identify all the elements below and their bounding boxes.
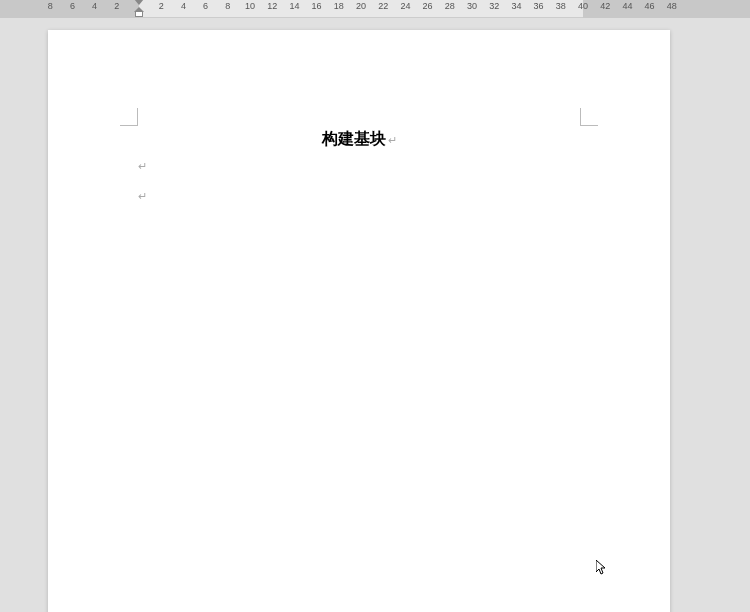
ruler-tick: 20	[356, 1, 366, 11]
first-line-indent-marker[interactable]	[134, 0, 144, 5]
ruler-tick: 16	[312, 1, 322, 11]
document-title[interactable]: 构建基块	[322, 130, 386, 147]
ruler-tick: 6	[70, 1, 75, 11]
margin-guide-top-right	[580, 108, 598, 126]
document-title-line[interactable]: 构建基块↵	[138, 128, 580, 151]
ruler-tick: 44	[622, 1, 632, 11]
ruler-tick: 32	[489, 1, 499, 11]
ruler-tick: 12	[267, 1, 277, 11]
left-indent-marker[interactable]	[135, 11, 143, 17]
ruler-tick: 8	[48, 1, 53, 11]
ruler-tick: 48	[667, 1, 677, 11]
margin-guide-top-left	[120, 108, 138, 126]
ruler-tick: 34	[511, 1, 521, 11]
ruler-tick: 4	[92, 1, 97, 11]
ruler-tick: 28	[445, 1, 455, 11]
ruler-tick: 42	[600, 1, 610, 11]
ruler-tick: 18	[334, 1, 344, 11]
ruler-tick: 2	[114, 1, 119, 11]
ruler-tick: 14	[289, 1, 299, 11]
paragraph-mark-icon: ↵	[388, 134, 397, 146]
page[interactable]: 构建基块↵ ↵ ↵	[48, 30, 670, 612]
document-workspace: 构建基块↵ ↵ ↵	[0, 18, 750, 612]
ruler-tick: 38	[556, 1, 566, 11]
ruler-tick: 2	[159, 1, 164, 11]
ruler-tick: 24	[400, 1, 410, 11]
ruler-tick: 36	[534, 1, 544, 11]
page-content[interactable]: 构建基块↵ ↵ ↵	[138, 128, 580, 211]
ruler-tick: 4	[181, 1, 186, 11]
ruler-tick: 46	[645, 1, 655, 11]
horizontal-ruler[interactable]: 8642246810121416182022242628303234363840…	[0, 0, 750, 18]
ruler-tick: 8	[225, 1, 230, 11]
empty-paragraph[interactable]: ↵	[138, 151, 580, 181]
ruler-tick: 10	[245, 1, 255, 11]
empty-paragraph[interactable]: ↵	[138, 181, 580, 211]
ruler-tick: 30	[467, 1, 477, 11]
ruler-ticks: 8642246810121416182022242628303234363840…	[0, 0, 750, 18]
ruler-tick: 6	[203, 1, 208, 11]
ruler-tick: 40	[578, 1, 588, 11]
ruler-tick: 26	[423, 1, 433, 11]
ruler-tick: 22	[378, 1, 388, 11]
